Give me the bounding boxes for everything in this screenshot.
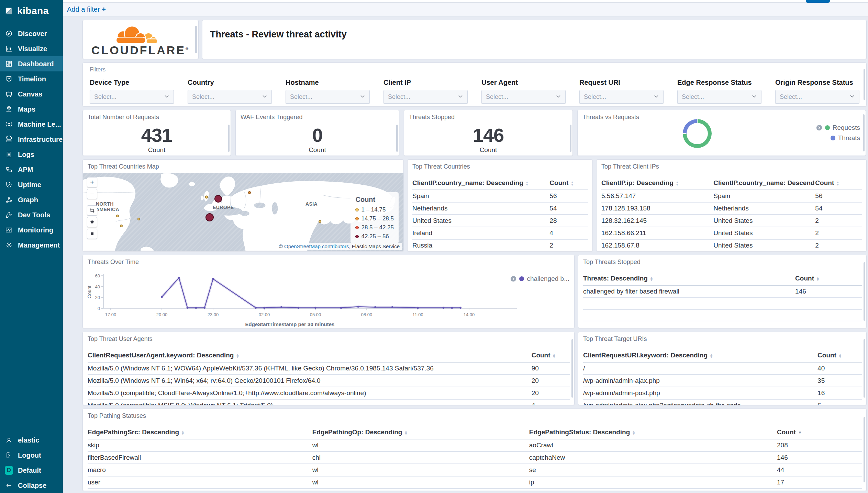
panel-scrollbar[interactable] bbox=[228, 125, 230, 152]
origin-response-status-filter-select[interactable]: Select... bbox=[775, 90, 859, 104]
column-header-count[interactable]: Count▼ bbox=[777, 428, 862, 439]
sidebar-item-label: Uptime bbox=[18, 181, 41, 189]
kibana-logo-icon bbox=[5, 7, 13, 15]
sidebar-item-logs[interactable]: Logs bbox=[0, 147, 63, 162]
donut-chart[interactable] bbox=[683, 119, 712, 148]
request-uri-filter-select[interactable]: Select... bbox=[579, 90, 664, 104]
column-header-clientrequesturi-keyword[interactable]: ClientRequestURI.keyword: Descending▲▼ bbox=[583, 352, 817, 362]
sidebar-item-label: Monitoring bbox=[18, 226, 53, 234]
panel-scrollbar[interactable] bbox=[570, 125, 571, 152]
svg-text:05:00: 05:00 bbox=[310, 312, 321, 317]
map-marker[interactable] bbox=[214, 195, 222, 203]
column-header-edgepathingstatus[interactable]: EdgePathingStatus: Descending▲▼ bbox=[529, 428, 777, 439]
logout-icon bbox=[5, 451, 13, 459]
polygon-draw-tool-button[interactable] bbox=[87, 217, 97, 227]
sidebar-item-uptime[interactable]: Uptime bbox=[0, 177, 63, 192]
add-filter-button[interactable]: Add a filter + bbox=[67, 5, 106, 13]
table-cell: /wp-admin/admin-post.php bbox=[583, 387, 817, 399]
column-header-clientip-ip[interactable]: ClientIP.ip: Descending▲▼ bbox=[601, 179, 713, 190]
legend-expand-icon[interactable] bbox=[510, 276, 516, 282]
column-header-clientip-country-name[interactable]: ClientIP.country_name: Descending▲▼ bbox=[412, 179, 549, 190]
graph-icon bbox=[5, 196, 13, 204]
column-header-threats[interactable]: Threats: Descending▲▼ bbox=[583, 275, 795, 285]
column-header-count[interactable]: Count▲▼ bbox=[817, 352, 862, 362]
column-header-clientip-country-name[interactable]: ClientIP.country_name: Descending▲▼ bbox=[713, 179, 815, 190]
panel-scrollbar[interactable] bbox=[396, 125, 398, 152]
column-header-count[interactable]: Count▲▼ bbox=[815, 179, 862, 190]
sidebar-item-visualize[interactable]: Visualize bbox=[0, 41, 63, 56]
sidebar-item-apm[interactable]: APM bbox=[0, 162, 63, 177]
metric-title: Total Number of Requests bbox=[83, 110, 231, 121]
hostname-filter-select[interactable]: Select... bbox=[286, 90, 370, 104]
map-marker[interactable] bbox=[137, 218, 140, 220]
map-controls: + − bbox=[87, 177, 97, 239]
world-map[interactable]: NORTH AMERICA EUROPE ASIA + − bbox=[83, 173, 403, 251]
update-button-fragment[interactable] bbox=[806, 0, 830, 3]
sidebar-item-dev-tools[interactable]: Dev Tools bbox=[0, 207, 63, 222]
series-legend-label[interactable]: challenged b... bbox=[527, 275, 569, 283]
sidebar-item-label: Timelion bbox=[18, 75, 46, 83]
svg-text:11:00: 11:00 bbox=[412, 312, 423, 317]
select-placeholder: Select... bbox=[780, 93, 802, 101]
map-marker[interactable] bbox=[248, 191, 251, 194]
sidebar-item-elastic[interactable]: elastic bbox=[0, 433, 63, 448]
panel-scrollbar[interactable] bbox=[864, 417, 865, 482]
region-label-north-america: NORTH AMERICA bbox=[96, 201, 125, 212]
sort-icon: ▲▼ bbox=[816, 276, 820, 281]
table-cell: 16 bbox=[817, 387, 862, 399]
sidebar: kibana DiscoverVisualizeDashboardTimelio… bbox=[0, 0, 63, 493]
zoom-out-button[interactable]: − bbox=[87, 189, 97, 199]
sidebar-item-maps[interactable]: Maps bbox=[0, 102, 63, 117]
user-agent-filter-select[interactable]: Select... bbox=[481, 90, 566, 104]
map-marker[interactable] bbox=[205, 213, 214, 221]
panel-scrollbar[interactable] bbox=[863, 114, 865, 151]
panel-scrollbar[interactable] bbox=[195, 26, 197, 54]
country-filter-select[interactable]: Select... bbox=[188, 90, 272, 104]
column-header-count[interactable]: Count▲▼ bbox=[549, 179, 588, 190]
table-row: macrowlse44 bbox=[88, 464, 862, 476]
panel-top-threat-user-agents: Top Threat User Agents ClientRequestUser… bbox=[82, 332, 575, 405]
client-ip-filter-select[interactable]: Select... bbox=[383, 90, 468, 104]
kibana-brand[interactable]: kibana bbox=[0, 0, 63, 21]
edge-response-status-filter-select[interactable]: Select... bbox=[677, 90, 761, 104]
legend-label-requests[interactable]: Requests bbox=[833, 124, 860, 131]
sidebar-item-discover[interactable]: Discover bbox=[0, 26, 63, 41]
sidebar-item-infrastructure[interactable]: Infrastructure bbox=[0, 132, 63, 147]
device-type-filter-select[interactable]: Select... bbox=[90, 90, 174, 104]
column-header-edgepathingsrc[interactable]: EdgePathingSrc: Descending▲▼ bbox=[88, 428, 312, 439]
sidebar-item-logout[interactable]: Logout bbox=[0, 448, 63, 463]
sidebar-item-dashboard[interactable]: Dashboard bbox=[0, 56, 63, 71]
column-header-clientrequestuseragent-keyword[interactable]: ClientRequestUserAgent.keyword: Descendi… bbox=[88, 352, 532, 362]
sidebar-item-default[interactable]: DDefault bbox=[0, 463, 63, 478]
panel-scrollbar[interactable] bbox=[864, 262, 865, 321]
sidebar-item-label: Logout bbox=[18, 451, 41, 459]
map-marker[interactable] bbox=[319, 220, 321, 223]
column-header-count[interactable]: Count▲▼ bbox=[795, 275, 862, 285]
threats-over-time-chart[interactable]: 020406017:0020:0023:0002:0005:0008:0011:… bbox=[86, 255, 572, 328]
sidebar-item-collapse[interactable]: Collapse bbox=[0, 478, 63, 493]
legend-expand-icon[interactable] bbox=[816, 125, 822, 131]
map-attribution: © OpenStreetMap contributors, Elastic Ma… bbox=[277, 243, 402, 250]
panel-scrollbar[interactable] bbox=[864, 339, 865, 398]
map-marker[interactable] bbox=[116, 215, 119, 217]
legend-label-threats[interactable]: Threats bbox=[838, 134, 860, 142]
chevron-down-icon bbox=[849, 93, 855, 100]
panel-scrollbar[interactable] bbox=[864, 69, 865, 100]
rectangle-draw-tool-button[interactable] bbox=[87, 229, 97, 239]
column-header-count[interactable]: Count▲▼ bbox=[532, 352, 570, 362]
svg-text:60: 60 bbox=[95, 273, 100, 278]
sidebar-item-machine-le[interactable]: Machine Le... bbox=[0, 117, 63, 132]
panel-scrollbar[interactable] bbox=[571, 339, 573, 398]
column-header-edgepathingop[interactable]: EdgePathingOp: Descending▲▼ bbox=[312, 428, 529, 439]
map-marker[interactable] bbox=[205, 196, 208, 199]
sidebar-item-graph[interactable]: Graph bbox=[0, 192, 63, 207]
zoom-in-button[interactable]: + bbox=[87, 177, 97, 187]
map-marker[interactable] bbox=[120, 225, 123, 227]
bounds-filter-tool-button[interactable] bbox=[87, 205, 97, 216]
sidebar-item-monitoring[interactable]: Monitoring bbox=[0, 222, 63, 238]
select-placeholder: Select... bbox=[486, 93, 508, 101]
sidebar-item-management[interactable]: Management bbox=[0, 238, 63, 253]
sidebar-item-canvas[interactable]: Canvas bbox=[0, 87, 63, 102]
openstreetmap-link[interactable]: OpenStreetMap contributors, bbox=[284, 243, 350, 249]
sidebar-item-timelion[interactable]: Timelion bbox=[0, 71, 63, 87]
